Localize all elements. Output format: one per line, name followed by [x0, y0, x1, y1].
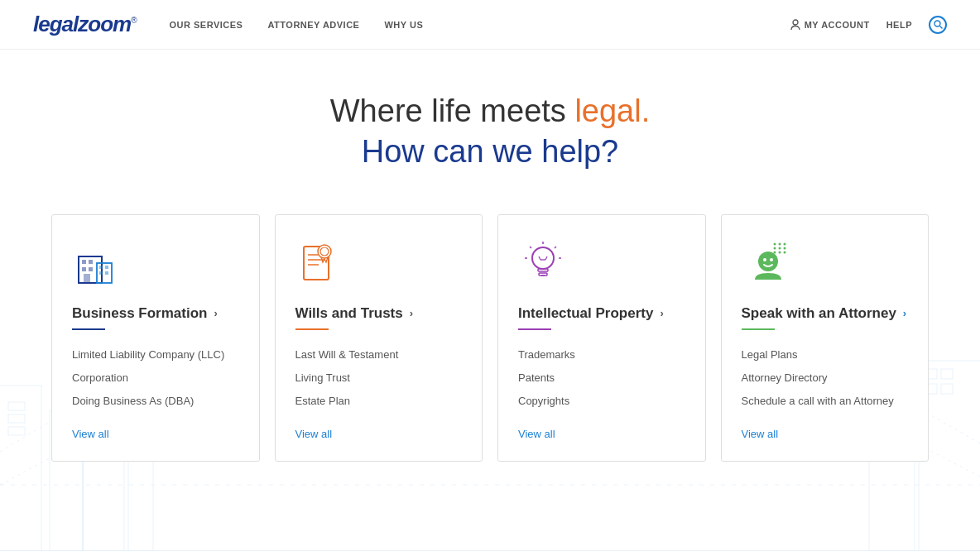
svg-rect-11 — [105, 266, 108, 269]
nav-attorney-advice[interactable]: ATTORNEY ADVICE — [267, 20, 359, 30]
hero-line1-highlight: legal. — [574, 93, 650, 128]
list-item[interactable]: Schedule a call with an Attorney — [742, 390, 909, 413]
svg-point-42 — [763, 258, 766, 261]
svg-point-38 — [773, 252, 776, 254]
list-item[interactable]: Copyrights — [518, 390, 685, 413]
card-4-arrow: › — [903, 307, 906, 319]
svg-point-35 — [773, 247, 776, 250]
card-2-title-text: Wills and Trusts — [295, 305, 403, 322]
card-3-divider — [518, 328, 551, 330]
svg-rect-13 — [105, 271, 108, 275]
card-4-divider — [742, 328, 775, 330]
card-3-list: Trademarks Patents Copyrights — [518, 343, 685, 414]
svg-rect-8 — [84, 274, 90, 283]
svg-point-40 — [783, 252, 785, 254]
card-2-viewall[interactable]: View all — [295, 428, 333, 440]
svg-line-22 — [555, 247, 556, 248]
svg-point-43 — [770, 258, 773, 261]
nav-our-services[interactable]: OUR SERVICES — [170, 20, 243, 30]
svg-point-0 — [793, 20, 798, 25]
user-icon — [790, 19, 800, 31]
hero-line2: How can we help? — [362, 134, 619, 169]
search-icon — [934, 20, 943, 29]
svg-point-20 — [532, 247, 554, 269]
svg-line-26 — [539, 256, 540, 260]
nav-links: OUR SERVICES ATTORNEY ADVICE WHY US — [170, 20, 790, 30]
search-button[interactable] — [929, 16, 947, 34]
card-3-title-text: Intellectual Property — [518, 305, 653, 322]
svg-point-1 — [934, 21, 940, 26]
hero-line1-start: Where life meets — [330, 93, 575, 128]
nav-right: MY ACCOUNT HELP — [790, 16, 947, 34]
card-1-title: Business Formation › — [72, 305, 239, 322]
svg-rect-10 — [99, 266, 103, 269]
wills-trusts-icon — [295, 238, 463, 292]
logo[interactable]: legalzoom® — [33, 12, 137, 37]
card-1-arrow: › — [214, 307, 217, 319]
svg-point-41 — [758, 252, 778, 271]
card-4-title: Speak with an Attorney › — [742, 305, 909, 322]
card-business-formation[interactable]: Business Formation › Limited Liability C… — [51, 214, 260, 462]
logo-text: legalzoom — [33, 12, 131, 36]
svg-rect-9 — [97, 263, 112, 283]
list-item[interactable]: Corporation — [72, 367, 239, 390]
nav-why-us[interactable]: WHY US — [384, 20, 423, 30]
card-1-divider — [72, 328, 105, 330]
my-account-link[interactable]: MY ACCOUNT — [790, 19, 870, 31]
card-speak-attorney[interactable]: Speak with an Attorney › Legal Plans Att… — [721, 214, 930, 462]
list-item[interactable]: Limited Liability Company (LLC) — [72, 343, 239, 367]
card-4-title-text: Speak with an Attorney — [742, 305, 896, 322]
list-item[interactable]: Last Will & Testament — [295, 343, 463, 367]
card-wills-trusts[interactable]: Wills and Trusts › Last Will & Testament… — [275, 214, 483, 462]
card-3-title: Intellectual Property › — [518, 305, 685, 322]
svg-point-33 — [778, 243, 781, 246]
business-formation-icon — [72, 238, 239, 292]
card-3-viewall[interactable]: View all — [518, 428, 555, 440]
svg-rect-6 — [82, 267, 86, 271]
svg-line-28 — [545, 256, 547, 260]
card-4-viewall[interactable]: View all — [742, 428, 779, 440]
speak-attorney-icon — [742, 238, 909, 292]
card-2-divider — [295, 328, 329, 330]
svg-point-18 — [318, 245, 331, 258]
cards-grid: Business Formation › Limited Liability C… — [51, 214, 929, 462]
svg-rect-4 — [82, 260, 86, 264]
svg-line-2 — [939, 26, 942, 29]
hero-heading: Where life meets legal. How can we help? — [17, 91, 963, 173]
svg-point-32 — [773, 243, 776, 246]
list-item[interactable]: Attorney Directory — [742, 367, 909, 390]
svg-rect-5 — [89, 260, 93, 264]
list-item[interactable]: Legal Plans — [742, 343, 909, 367]
list-item[interactable]: Trademarks — [518, 343, 685, 367]
hero-section: Where life meets legal. How can we help? — [0, 50, 980, 206]
svg-point-39 — [778, 252, 781, 254]
list-item[interactable]: Patents — [518, 367, 685, 390]
intellectual-property-icon — [518, 238, 685, 292]
my-account-label[interactable]: MY ACCOUNT — [805, 20, 870, 30]
svg-point-36 — [778, 247, 781, 250]
list-item[interactable]: Estate Plan — [295, 390, 463, 413]
navbar: legalzoom® OUR SERVICES ATTORNEY ADVICE … — [0, 0, 980, 50]
svg-point-34 — [783, 243, 785, 246]
card-4-list: Legal Plans Attorney Directory Schedule … — [742, 343, 909, 414]
svg-point-37 — [783, 247, 785, 250]
card-1-title-text: Business Formation — [72, 305, 207, 322]
logo-trademark: ® — [131, 16, 136, 25]
list-item[interactable]: Doing Business As (DBA) — [72, 390, 239, 413]
list-item[interactable]: Living Trust — [295, 367, 463, 390]
card-1-viewall[interactable]: View all — [72, 428, 109, 440]
svg-rect-7 — [89, 267, 93, 271]
card-2-title: Wills and Trusts › — [295, 305, 463, 322]
svg-line-24 — [530, 247, 531, 248]
help-link[interactable]: HELP — [886, 20, 912, 30]
cards-section: Business Formation › Limited Liability C… — [0, 206, 980, 496]
card-3-arrow: › — [660, 307, 663, 319]
card-2-arrow: › — [410, 307, 413, 319]
card-intellectual-property[interactable]: Intellectual Property › Trademarks Paten… — [497, 214, 706, 462]
svg-rect-12 — [99, 271, 103, 275]
card-2-list: Last Will & Testament Living Trust Estat… — [295, 343, 463, 414]
svg-rect-29 — [538, 269, 548, 271]
card-1-list: Limited Liability Company (LLC) Corporat… — [72, 343, 239, 414]
